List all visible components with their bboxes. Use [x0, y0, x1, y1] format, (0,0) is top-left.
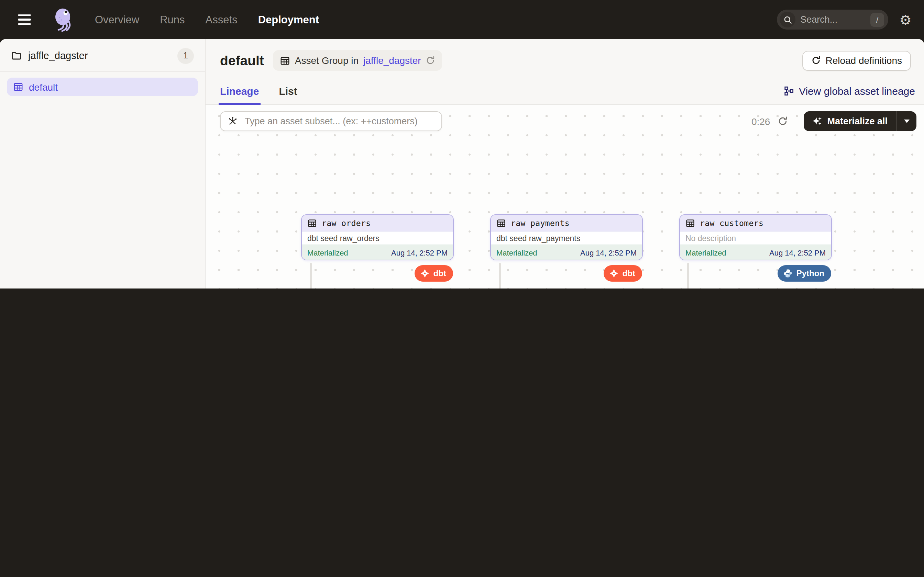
dbt-logo-icon: [420, 269, 430, 278]
asset-group-icon: [280, 55, 290, 66]
dagster-logo[interactable]: [52, 6, 77, 33]
materialize-all-button[interactable]: Materialize all: [804, 111, 896, 131]
python-badge: Python: [778, 265, 831, 282]
lineage-graph-icon: [784, 86, 794, 96]
asset-node-raw-payments[interactable]: raw_payments dbt seed raw_payments Mater…: [490, 214, 643, 260]
sidebar-divider: [0, 71, 205, 72]
materialization-timestamp[interactable]: Aug 14, 2:52 PM: [391, 248, 447, 256]
asset-node-raw-orders[interactable]: raw_orders dbt seed raw_orders Materiali…: [301, 214, 454, 260]
asset-node-raw-customers[interactable]: raw_customers No description Materialize…: [679, 214, 832, 260]
content-area: jaffle_dagster 1 default jaffle_dagster …: [0, 39, 924, 288]
search-placeholder: Search...: [800, 15, 871, 25]
tabs-row: Lineage List View global asset lineage: [205, 77, 924, 105]
materialization-timestamp[interactable]: Aug 14, 2:52 PM: [580, 248, 636, 256]
asset-group-breadcrumb: Asset Group in jaffle_dagster: [273, 50, 443, 71]
refresh-icon[interactable]: [426, 56, 436, 65]
sparkle-icon: [812, 116, 822, 126]
materialization-timestamp[interactable]: Aug 14, 2:52 PM: [769, 248, 826, 256]
page-title: default: [220, 53, 264, 68]
nav-item-runs[interactable]: Runs: [160, 13, 184, 26]
search-input[interactable]: Search... /: [777, 10, 888, 29]
breadcrumb-prefix: Asset Group in: [295, 55, 359, 66]
tab-list[interactable]: List: [279, 77, 297, 105]
sidebar-count-badge: 1: [178, 48, 194, 63]
breadcrumb-project-link[interactable]: jaffle_dagster: [363, 55, 421, 66]
asset-subset-filter[interactable]: [220, 111, 442, 131]
folder-icon: [11, 50, 22, 61]
nav-item-deployment[interactable]: Deployment: [258, 13, 319, 26]
dbt-logo-icon: [609, 269, 619, 278]
asset-graph-filter-icon: [228, 116, 238, 126]
sidebar-item-default[interactable]: default: [7, 77, 198, 96]
graph-toolbar-right: 0:26 Materialize all: [751, 111, 916, 131]
status-badge: Materialized: [307, 248, 348, 256]
table-icon: [685, 218, 695, 228]
nav-items: Overview Runs Assets Deployment: [95, 13, 319, 26]
materialize-all-split-button: Materialize all: [804, 111, 916, 131]
view-global-asset-lineage-link[interactable]: View global asset lineage: [784, 85, 915, 97]
status-badge: Materialized: [685, 248, 726, 256]
tab-lineage[interactable]: Lineage: [220, 77, 259, 105]
lineage-edges: [205, 105, 924, 288]
search-icon: [780, 12, 795, 27]
dbt-badge: dbt: [415, 265, 453, 282]
refresh-icon[interactable]: [777, 116, 788, 126]
asset-subset-input[interactable]: [243, 115, 435, 127]
nav-item-overview[interactable]: Overview: [95, 13, 139, 26]
search-shortcut-key: /: [871, 13, 884, 26]
menu-icon[interactable]: [18, 10, 37, 29]
chevron-down-icon: [904, 119, 909, 123]
sidebar-project-label: jaffle_dagster: [28, 50, 171, 61]
main-panel: default Asset Group in jaffle_dagster Re…: [205, 39, 924, 288]
table-icon: [307, 218, 317, 228]
main-header: default Asset Group in jaffle_dagster Re…: [205, 39, 924, 77]
app-window: Overview Runs Assets Deployment Search..…: [0, 0, 924, 288]
sidebar: jaffle_dagster 1 default jaffle_dagster: [0, 39, 205, 288]
materialize-options-dropdown[interactable]: [897, 111, 916, 131]
python-logo-icon: [783, 269, 793, 278]
refresh-timer: 0:26: [751, 116, 771, 127]
asset-group-icon: [13, 82, 23, 92]
status-badge: Materialized: [496, 248, 537, 256]
settings-gear-icon[interactable]: ⚙: [899, 13, 914, 26]
table-icon: [496, 218, 506, 228]
reload-definitions-button[interactable]: Reload definitions: [802, 50, 911, 70]
sidebar-item-label: default: [29, 81, 58, 92]
dbt-badge: dbt: [604, 265, 642, 282]
top-nav: Overview Runs Assets Deployment Search..…: [0, 0, 924, 39]
reload-icon: [811, 56, 821, 65]
nav-item-assets[interactable]: Assets: [205, 13, 237, 26]
sidebar-project-row[interactable]: jaffle_dagster 1: [0, 41, 205, 70]
lineage-graph-canvas[interactable]: 0:26 Materialize all: [205, 105, 924, 288]
